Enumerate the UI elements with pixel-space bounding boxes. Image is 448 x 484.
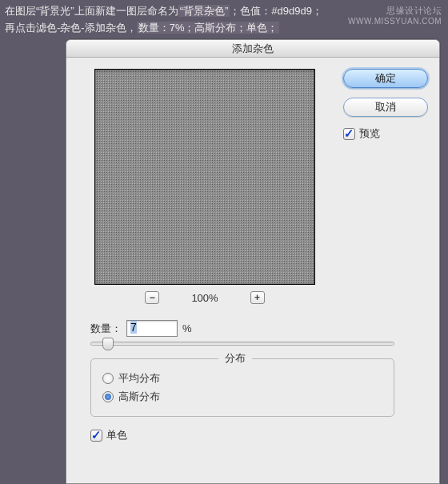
amount-input[interactable]: 7 — [126, 320, 178, 337]
zoom-level: 100% — [191, 292, 218, 304]
uniform-radio[interactable] — [102, 373, 114, 384]
preview-checkbox[interactable] — [343, 128, 355, 140]
amount-slider-thumb[interactable] — [102, 338, 114, 350]
amount-label: 数量： — [90, 322, 122, 336]
monochrome-checkbox[interactable] — [90, 430, 102, 442]
distribution-group: 分布 平均分布 高斯分布 — [90, 358, 394, 417]
uniform-radio-label: 平均分布 — [118, 371, 160, 386]
cancel-button[interactable]: 取消 — [343, 98, 428, 117]
ok-button[interactable]: 确定 — [343, 69, 428, 88]
preview-checkbox-label: 预览 — [359, 126, 380, 141]
preview-image — [94, 69, 315, 285]
add-noise-dialog: 添加杂色 − 100% + 确定 取消 预览 数量： 7 % — [66, 39, 440, 484]
amount-slider[interactable] — [90, 342, 394, 346]
amount-unit: % — [182, 322, 192, 334]
gaussian-radio[interactable] — [102, 391, 114, 402]
watermark-line2: WWW.MISSYUAN.COM — [348, 17, 442, 26]
zoom-controls: − 100% + — [78, 291, 332, 304]
watermark-line1: 思缘设计论坛 — [348, 5, 442, 17]
distribution-legend: 分布 — [218, 351, 252, 366]
gaussian-radio-label: 高斯分布 — [118, 390, 160, 404]
noise-pattern — [95, 70, 314, 284]
dialog-title: 添加杂色 — [66, 40, 439, 58]
watermark: 思缘设计论坛 WWW.MISSYUAN.COM — [348, 5, 442, 26]
monochrome-checkbox-label: 单色 — [106, 428, 127, 442]
zoom-in-button[interactable]: + — [250, 291, 265, 304]
zoom-out-button[interactable]: − — [145, 291, 159, 304]
